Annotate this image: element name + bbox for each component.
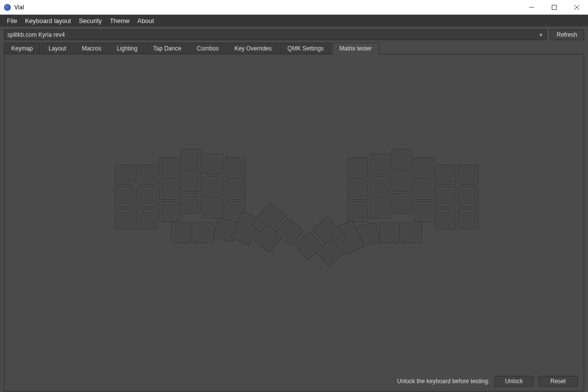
menu-file[interactable]: File xyxy=(3,16,21,25)
matrix-key[interactable] xyxy=(225,179,245,200)
matrix-key[interactable] xyxy=(392,171,412,192)
matrix-key[interactable] xyxy=(347,179,368,200)
menu-keyboard-layout[interactable]: Keyboard layout xyxy=(21,16,75,25)
matrix-key[interactable] xyxy=(347,157,368,178)
matrix-key[interactable] xyxy=(137,187,157,207)
matrix-key[interactable] xyxy=(347,201,368,222)
matrix-key[interactable] xyxy=(159,179,179,200)
matrix-tester-panel: Unlock the keyboard before testing: Unlo… xyxy=(4,54,584,392)
footer-hint: Unlock the keyboard before testing: xyxy=(397,378,490,385)
menu-theme[interactable]: Theme xyxy=(106,16,133,25)
tab-lighting[interactable]: Lighting xyxy=(109,43,145,54)
matrix-key[interactable] xyxy=(159,157,179,178)
matrix-key[interactable] xyxy=(115,187,135,207)
window-title: Vial xyxy=(14,4,24,11)
menu-security[interactable]: Security xyxy=(75,16,106,25)
matrix-key[interactable] xyxy=(203,176,223,196)
tab-layout[interactable]: Layout xyxy=(41,43,74,54)
tab-keymap[interactable]: Keymap xyxy=(4,43,40,54)
close-button[interactable] xyxy=(565,0,588,14)
title-bar: Vial xyxy=(0,0,588,15)
tab-qmk-settings[interactable]: QMK Settings xyxy=(280,43,331,54)
matrix-key[interactable] xyxy=(414,179,434,200)
matrix-key[interactable] xyxy=(171,222,192,243)
matrix-key[interactable] xyxy=(203,154,223,174)
matrix-key[interactable] xyxy=(225,157,245,178)
matrix-key[interactable] xyxy=(203,198,223,219)
close-icon xyxy=(574,5,579,10)
maximize-icon xyxy=(552,5,557,10)
matrix-key[interactable] xyxy=(436,209,456,229)
matrix-key[interactable] xyxy=(115,165,135,185)
matrix-key[interactable] xyxy=(137,165,157,185)
matrix-key[interactable] xyxy=(392,149,412,170)
minimize-button[interactable] xyxy=(520,0,543,14)
device-selector[interactable]: splitkb.com Kyria rev4 ▼ xyxy=(4,29,547,40)
matrix-key[interactable] xyxy=(458,165,478,185)
matrix-key[interactable] xyxy=(392,193,412,214)
menu-bar: FileKeyboard layoutSecurityThemeAbout xyxy=(0,15,588,26)
refresh-button[interactable]: Refresh xyxy=(550,29,584,40)
matrix-key[interactable] xyxy=(159,201,179,222)
tab-macros[interactable]: Macros xyxy=(74,43,108,54)
keyboard-layout-canvas xyxy=(4,54,584,358)
matrix-key[interactable] xyxy=(458,187,478,207)
matrix-key[interactable] xyxy=(369,154,390,174)
matrix-key[interactable] xyxy=(369,176,390,196)
matrix-key[interactable] xyxy=(137,209,157,229)
matrix-key[interactable] xyxy=(436,165,456,185)
matrix-key[interactable] xyxy=(414,157,434,178)
matrix-key[interactable] xyxy=(458,209,478,229)
device-selected-label: splitkb.com Kyria rev4 xyxy=(7,31,65,38)
tab-key-overrides[interactable]: Key Overrides xyxy=(227,43,279,54)
matrix-key[interactable] xyxy=(414,201,434,222)
minimize-icon xyxy=(529,5,534,10)
panel-footer: Unlock the keyboard before testing: Unlo… xyxy=(4,371,584,391)
matrix-key[interactable] xyxy=(181,193,201,214)
matrix-key[interactable] xyxy=(181,171,201,192)
matrix-key[interactable] xyxy=(181,149,201,170)
unlock-button[interactable]: Unlock xyxy=(494,376,534,387)
reset-button[interactable]: Reset xyxy=(539,376,578,387)
matrix-key[interactable] xyxy=(115,209,135,229)
window-controls xyxy=(520,0,588,14)
matrix-key[interactable] xyxy=(436,187,456,207)
app-icon xyxy=(4,4,11,11)
tab-strip: KeymapLayoutMacrosLightingTap DanceCombo… xyxy=(0,42,588,54)
tab-combos[interactable]: Combos xyxy=(190,43,226,54)
matrix-key[interactable] xyxy=(193,222,214,243)
chevron-down-icon: ▼ xyxy=(539,32,543,38)
svg-rect-1 xyxy=(552,5,557,9)
device-row: splitkb.com Kyria rev4 ▼ Refresh xyxy=(0,26,588,42)
maximize-button[interactable] xyxy=(543,0,565,14)
matrix-key[interactable] xyxy=(379,222,400,243)
tab-tap-dance[interactable]: Tap Dance xyxy=(146,43,188,54)
matrix-key[interactable] xyxy=(401,222,422,243)
tab-matrix-tester[interactable]: Matrix tester xyxy=(332,43,379,54)
menu-about[interactable]: About xyxy=(133,16,158,25)
matrix-key[interactable] xyxy=(369,198,390,219)
